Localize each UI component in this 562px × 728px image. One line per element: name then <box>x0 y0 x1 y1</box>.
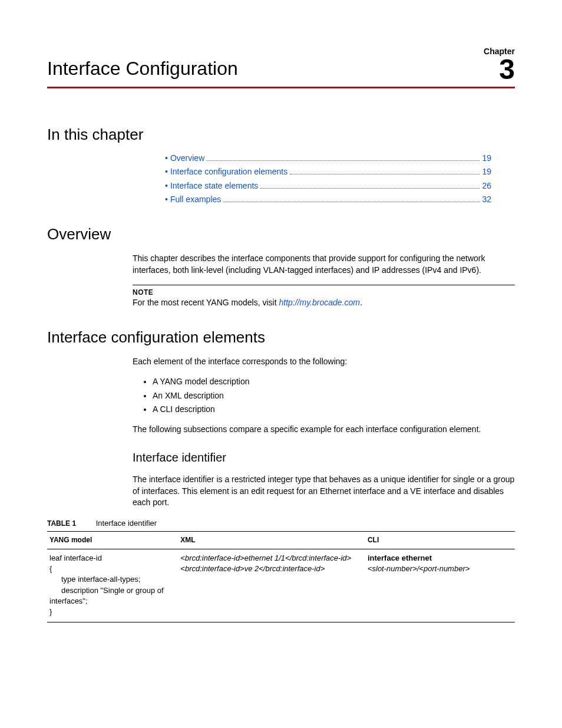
bullet-icon: • <box>165 153 168 164</box>
table-header-row: YANG model XML CLI <box>47 532 515 549</box>
toc-item-overview[interactable]: • Overview 19 <box>165 153 491 164</box>
ice-body: Each element of the interface correspond… <box>133 356 515 435</box>
toc-item-full-examples[interactable]: • Full examples 32 <box>165 194 491 206</box>
yang-line: description "Single or group of <box>61 585 176 596</box>
table1-label: TABLE 1 <box>47 519 76 528</box>
in-this-chapter-heading: In this chapter <box>47 124 515 145</box>
toc-page: 19 <box>482 153 491 164</box>
note-block: NOTE For the most recent YANG models, vi… <box>133 285 515 309</box>
note-post-text: . <box>360 298 362 307</box>
table1-caption: TABLE 1 Interface identifier <box>47 518 515 529</box>
toc-leader-dots <box>260 188 480 189</box>
note-pre-text: For the most recent YANG models, visit <box>133 298 279 307</box>
list-item: An XML description <box>153 390 515 402</box>
list-item: A YANG model description <box>153 376 515 388</box>
toc-leader-dots <box>223 202 480 202</box>
yang-line: leaf interface-id <box>49 553 176 564</box>
iid-body: The interface identifier is a restricted… <box>133 474 515 509</box>
toc-label: Full examples <box>170 194 221 206</box>
note-label: NOTE <box>133 288 515 298</box>
yang-line: type interface-all-types; <box>61 574 176 585</box>
yang-line: { <box>49 564 176 574</box>
chapter-number: 3 <box>484 57 515 82</box>
toc-list: • Overview 19 • Interface configuration … <box>165 153 491 206</box>
toc-leader-dots <box>290 174 480 174</box>
cell-yang: leaf interface-id { type interface-all-t… <box>47 549 178 622</box>
cli-line: interface ethernet <box>368 553 513 564</box>
overview-heading: Overview <box>47 223 515 245</box>
chapter-header: Interface Configuration Chapter 3 <box>47 47 515 88</box>
bullet-icon: • <box>165 166 168 178</box>
bullet-icon: • <box>165 194 168 206</box>
chapter-title: Interface Configuration <box>47 55 238 82</box>
list-item: A CLI description <box>153 404 515 416</box>
overview-paragraph: This chapter describes the interface com… <box>133 253 515 276</box>
toc-label: Interface state elements <box>170 180 258 192</box>
ice-bullet-list: A YANG model description An XML descript… <box>133 376 515 416</box>
note-text: For the most recent YANG models, visit h… <box>133 297 515 309</box>
toc-item-interface-state[interactable]: • Interface state elements 26 <box>165 180 491 192</box>
overview-body: This chapter describes the interface com… <box>133 253 515 309</box>
col-xml: XML <box>178 532 365 549</box>
chapter-number-block: Chapter 3 <box>484 47 515 82</box>
table1: YANG model XML CLI leaf interface-id { t… <box>47 531 515 622</box>
col-cli: CLI <box>365 532 515 549</box>
iid-heading: Interface identifier <box>133 449 515 466</box>
table1-caption-text: Interface identifier <box>96 519 157 528</box>
toc-item-interface-config[interactable]: • Interface configuration elements 19 <box>165 166 491 178</box>
toc-leader-dots <box>207 160 480 161</box>
ice-intro: Each element of the interface correspond… <box>133 356 515 368</box>
cell-xml: <brcd:interface-id>ethernet 1/1</brcd:in… <box>178 549 365 622</box>
note-link[interactable]: http://my.brocade.com <box>279 298 359 307</box>
ice-outro: The following subsections compare a spec… <box>133 424 515 436</box>
xml-line: <brcd:interface-id>ethernet 1/1</brcd:in… <box>180 553 363 564</box>
bullet-icon: • <box>165 180 168 192</box>
iid-paragraph: The interface identifier is a restricted… <box>133 474 515 509</box>
toc-page: 19 <box>482 166 491 178</box>
xml-line: <brcd:interface-id>ve 2</brcd:interface-… <box>180 564 363 574</box>
yang-line: } <box>49 607 176 617</box>
toc-page: 32 <box>482 194 491 206</box>
toc-page: 26 <box>482 180 491 192</box>
ice-heading: Interface configuration elements <box>47 327 515 348</box>
toc-label: Overview <box>170 153 204 164</box>
cli-line: <slot-number>/<port-number> <box>368 564 513 574</box>
yang-line: interfaces"; <box>49 596 176 607</box>
toc-label: Interface configuration elements <box>170 166 287 178</box>
col-yang: YANG model <box>47 532 178 549</box>
table-row: leaf interface-id { type interface-all-t… <box>47 549 515 622</box>
cell-cli: interface ethernet <slot-number>/<port-n… <box>365 549 515 622</box>
